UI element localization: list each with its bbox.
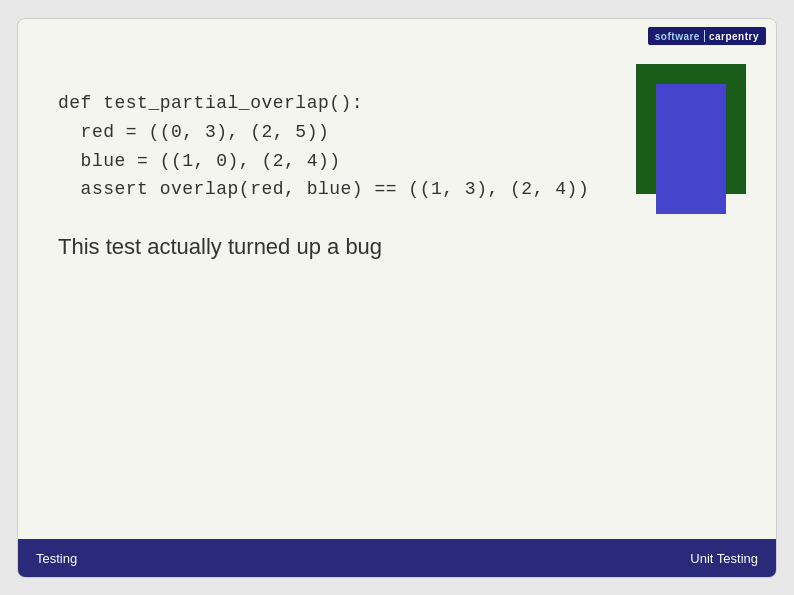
logo: software carpentry [648, 27, 766, 45]
footer-left-label: Testing [36, 551, 77, 566]
code-line-2: red = ((0, 3), (2, 5)) [58, 118, 736, 147]
caption-text: This test actually turned up a bug [58, 234, 736, 260]
code-block: def test_partial_overlap(): red = ((0, 3… [58, 89, 736, 204]
logo-carpentry-text: carpentry [709, 31, 759, 42]
slide: software carpentry def test_partial_over… [17, 18, 777, 578]
footer-right-label: Unit Testing [690, 551, 758, 566]
logo-divider [704, 30, 705, 42]
code-line-4: assert overlap(red, blue) == ((1, 3), (2… [58, 175, 736, 204]
footer: Testing Unit Testing [18, 539, 776, 577]
code-line-1: def test_partial_overlap(): [58, 89, 736, 118]
logo-software-text: software [655, 31, 700, 42]
code-line-3: blue = ((1, 0), (2, 4)) [58, 147, 736, 176]
main-content: def test_partial_overlap(): red = ((0, 3… [18, 69, 776, 537]
